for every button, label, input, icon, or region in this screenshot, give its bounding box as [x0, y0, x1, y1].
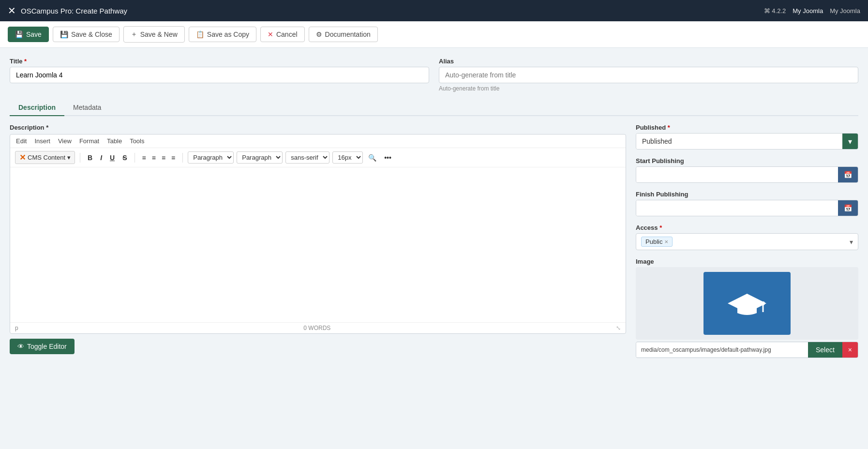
cms-content-button[interactable]: ✕ CMS Content ▾: [15, 151, 75, 164]
image-preview-inner: [703, 272, 791, 335]
align-buttons: ≡ ≡ ≡ ≡: [140, 152, 178, 163]
format-select[interactable]: Paragraph: [188, 151, 234, 164]
alias-group: Alias Auto-generate from title: [439, 58, 858, 92]
tab-description[interactable]: Description: [10, 100, 64, 116]
access-select-row[interactable]: Public × ▾: [636, 233, 858, 250]
published-field: Published * Published ▾: [636, 124, 858, 150]
alias-input[interactable]: [439, 67, 858, 83]
editor-toolbar: ✕ CMS Content ▾ B I U S ≡ ≡ ≡ ≡: [10, 148, 626, 167]
tab-metadata[interactable]: Metadata: [64, 100, 110, 116]
access-label: Access *: [636, 224, 858, 231]
finish-date-input[interactable]: [636, 200, 838, 216]
underline-button[interactable]: U: [107, 152, 117, 163]
save-new-icon: ＋: [131, 30, 137, 39]
joomla-icon: ✕: [8, 5, 16, 16]
main-content: Title * Learn Joomla 4 Alias Auto-genera…: [0, 48, 868, 368]
form-row-title-alias: Title * Learn Joomla 4 Alias Auto-genera…: [10, 58, 858, 92]
eye-icon: 👁: [17, 343, 24, 350]
menu-edit[interactable]: Edit: [16, 137, 27, 145]
nav-left: ✕ OSCampus Pro: Create Pathway: [8, 5, 127, 16]
finish-publishing-field: Finish Publishing 📅: [636, 191, 858, 216]
image-path: media/com_oscampus/images/default-pathwa…: [636, 343, 808, 357]
save-close-button[interactable]: 💾 Save & Close: [53, 27, 120, 42]
user-link[interactable]: My Joomla: [793, 7, 823, 15]
more-button[interactable]: •••: [382, 152, 394, 163]
image-field: Image media/com_oscampus/images/default-…: [636, 258, 858, 358]
finish-publishing-label: Finish Publishing: [636, 191, 858, 198]
resize-handle[interactable]: ⤡: [616, 325, 621, 331]
menu-insert[interactable]: Insert: [34, 137, 50, 145]
font-size-select[interactable]: 16px: [332, 151, 363, 164]
cms-chevron-icon: ▾: [67, 154, 71, 161]
version-label: ⌘ 4.2.2: [764, 7, 786, 15]
image-preview: [636, 267, 858, 340]
editor-wrapper: Edit Insert View Format Table Tools ✕ CM…: [10, 134, 626, 334]
access-chevron-icon[interactable]: ▾: [850, 238, 853, 246]
description-field-label: Description *: [10, 124, 626, 131]
separator-3: [182, 153, 183, 163]
tabs-bar: Description Metadata: [10, 100, 858, 116]
user-name[interactable]: My Joomla: [830, 7, 860, 15]
italic-button[interactable]: I: [98, 152, 105, 163]
save-close-icon: 💾: [60, 30, 68, 38]
save-new-button[interactable]: ＋ Save & New: [123, 26, 185, 43]
image-footer: media/com_oscampus/images/default-pathwa…: [636, 342, 858, 358]
editor-menubar: Edit Insert View Format Table Tools: [10, 135, 626, 148]
page-title: OSCampus Pro: Create Pathway: [21, 7, 127, 15]
toolbar: 💾 Save 💾 Save & Close ＋ Save & New 📋 Sav…: [0, 21, 868, 48]
access-remove-icon[interactable]: ×: [664, 238, 668, 245]
paragraph-select[interactable]: Paragraph: [237, 151, 283, 164]
title-label: Title *: [10, 58, 429, 65]
remove-image-button[interactable]: ×: [842, 342, 858, 358]
right-column: Published * Published ▾ Start Publishing…: [636, 124, 858, 358]
title-input[interactable]: Learn Joomla 4: [10, 67, 429, 83]
left-column: Description * Edit Insert View Format Ta…: [10, 124, 626, 354]
finish-date-calendar-button[interactable]: 📅: [838, 200, 858, 216]
alias-label: Alias: [439, 58, 858, 65]
cancel-icon: ✕: [268, 30, 273, 38]
bold-button[interactable]: B: [85, 152, 95, 163]
editor-body[interactable]: [10, 167, 626, 322]
save-icon: 💾: [15, 30, 23, 38]
editor-footer: p 0 WORDS ⤡: [10, 322, 626, 333]
alias-hint: Auto-generate from title: [439, 85, 858, 92]
start-date-row: 📅: [636, 166, 858, 183]
save-button[interactable]: 💾 Save: [8, 27, 49, 42]
font-family-select[interactable]: sans-serif: [285, 151, 329, 164]
save-copy-button[interactable]: 📋 Save as Copy: [189, 27, 256, 42]
separator-1: [80, 153, 80, 163]
align-left-button[interactable]: ≡: [140, 152, 149, 163]
search-button[interactable]: 🔍: [366, 152, 379, 163]
start-date-calendar-button[interactable]: 📅: [838, 167, 858, 182]
toggle-editor-button[interactable]: 👁 Toggle Editor: [10, 339, 75, 354]
menu-format[interactable]: Format: [79, 137, 99, 145]
save-copy-icon: 📋: [196, 30, 204, 38]
select-image-button[interactable]: Select: [808, 342, 842, 358]
title-group: Title * Learn Joomla 4: [10, 58, 429, 83]
graduation-cap-icon: [728, 289, 766, 318]
cms-content-label: CMS Content: [28, 154, 65, 161]
published-value: Published: [636, 134, 842, 149]
align-justify-button[interactable]: ≡: [169, 152, 178, 163]
separator-2: [135, 153, 135, 163]
align-center-button[interactable]: ≡: [150, 152, 158, 163]
p-tag: p: [15, 325, 18, 331]
finish-date-row: 📅: [636, 200, 858, 216]
cancel-button[interactable]: ✕ Cancel: [260, 27, 305, 42]
start-publishing-field: Start Publishing 📅: [636, 157, 858, 183]
documentation-button[interactable]: ⚙ Documentation: [309, 27, 378, 42]
menu-tools[interactable]: Tools: [130, 137, 144, 145]
access-tag: Public ×: [641, 237, 673, 247]
nav-right: ⌘ 4.2.2 My Joomla My Joomla: [764, 7, 860, 15]
menu-view[interactable]: View: [58, 137, 72, 145]
align-right-button[interactable]: ≡: [159, 152, 168, 163]
access-value: Public: [645, 238, 662, 245]
word-count: 0 WORDS: [303, 325, 330, 331]
strikethrough-button[interactable]: S: [120, 152, 129, 163]
published-dropdown-button[interactable]: ▾: [842, 134, 858, 149]
docs-icon: ⚙: [316, 30, 322, 38]
start-publishing-label: Start Publishing: [636, 157, 858, 165]
menu-table[interactable]: Table: [107, 137, 122, 145]
start-date-input[interactable]: [636, 167, 838, 182]
access-field: Access * Public × ▾: [636, 224, 858, 250]
